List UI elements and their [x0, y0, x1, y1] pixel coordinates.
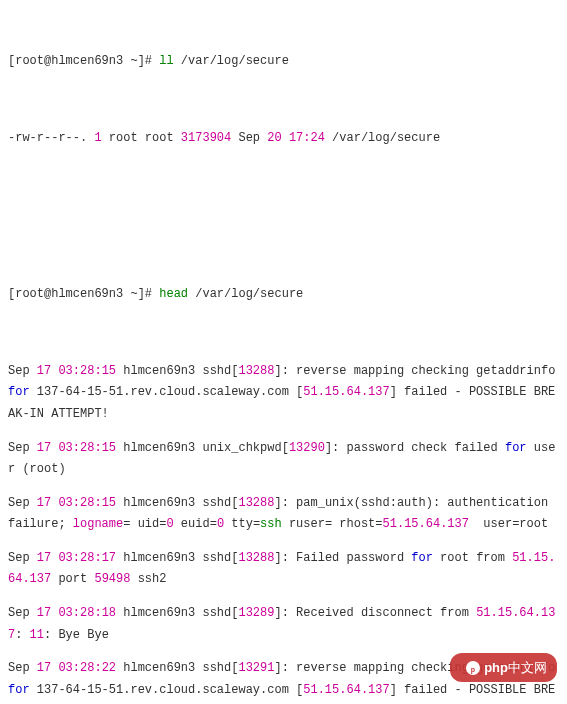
pid: 13288 — [238, 551, 274, 565]
ssh-kw: ssh — [260, 517, 282, 531]
euid: 0 — [217, 517, 224, 531]
msg: user=root — [469, 517, 548, 531]
owner: root root — [109, 131, 174, 145]
bracket: ]: — [274, 496, 288, 510]
msg: port — [51, 572, 94, 586]
day: 17 — [37, 661, 51, 675]
time: 03:28:22 — [58, 661, 116, 675]
ip: 51.15.64.137 — [303, 683, 389, 697]
msg: tty= — [224, 517, 260, 531]
command-arg: /var/log/secure — [188, 287, 303, 301]
log-line: Sep 17 03:28:18 hlmcen69n3 sshd[13289]: … — [8, 603, 559, 646]
day: 20 — [267, 131, 281, 145]
pid: 13291 — [238, 661, 274, 675]
watermark-cn: 中文网 — [508, 660, 547, 675]
month: Sep — [8, 661, 30, 675]
host: hlmcen69n3 — [123, 496, 195, 510]
time: 03:28:15 — [58, 496, 116, 510]
process: sshd[ — [202, 496, 238, 510]
watermark-brand: php — [484, 660, 508, 675]
prompt-userhost: root@hlmcen69n3 — [15, 54, 123, 68]
msg: 137-64-15-51.rev.cloud.scaleway.com [ — [30, 683, 304, 697]
prompt-suffix: ~]# — [123, 54, 159, 68]
day: 17 — [37, 606, 51, 620]
ip: 51.15.64.137 — [383, 517, 469, 531]
process: sshd[ — [202, 364, 238, 378]
logname-kw: logname — [73, 517, 123, 531]
month: Sep — [8, 606, 30, 620]
msg: password check failed — [339, 441, 505, 455]
msg: Received disconnect from — [289, 606, 476, 620]
time: 03:28:17 — [58, 551, 116, 565]
prompt-suffix: ~]# — [123, 287, 159, 301]
command-line-2: [root@hlmcen69n3 ~]# head /var/log/secur… — [8, 284, 559, 306]
month: Sep — [8, 551, 30, 565]
command: ll — [159, 54, 173, 68]
filepath: /var/log/secure — [332, 131, 440, 145]
msg: 137-64-15-51.rev.cloud.scaleway.com [ — [30, 385, 304, 399]
time: 03:28:18 — [58, 606, 116, 620]
terminal-output: [root@hlmcen69n3 ~]# ll /var/log/secure … — [8, 8, 559, 704]
time: 17:24 — [289, 131, 325, 145]
process: sshd[ — [202, 606, 238, 620]
php-cn-watermark: pphp中文网 — [450, 653, 557, 682]
month: Sep — [8, 364, 30, 378]
ip: 51.15.64.137 — [303, 385, 389, 399]
day: 17 — [37, 496, 51, 510]
host: hlmcen69n3 — [123, 364, 195, 378]
month: Sep — [238, 131, 260, 145]
code: 11 — [30, 628, 44, 642]
ls-output: -rw-r--r--. 1 root root 3173904 Sep 20 1… — [8, 128, 559, 150]
msg: reverse mapping checking getaddrinfo — [289, 364, 563, 378]
msg: root from — [433, 551, 512, 565]
size: 3173904 — [181, 131, 231, 145]
command-line-1: [root@hlmcen69n3 ~]# ll /var/log/secure — [8, 51, 559, 73]
bracket: ]: — [325, 441, 339, 455]
log-line: Sep 17 03:28:17 hlmcen69n3 sshd[13288]: … — [8, 548, 559, 591]
msg: ruser= rhost= — [282, 517, 383, 531]
perms: -rw-r--r--. — [8, 131, 87, 145]
php-logo-icon: p — [466, 661, 480, 675]
month: Sep — [8, 496, 30, 510]
host: hlmcen69n3 — [123, 606, 195, 620]
msg: = uid= — [123, 517, 166, 531]
day: 17 — [37, 551, 51, 565]
log-line: Sep 17 03:28:15 hlmcen69n3 unix_chkpwd[1… — [8, 438, 559, 481]
msg: Failed password — [289, 551, 411, 565]
pid: 13288 — [238, 364, 274, 378]
port: 59498 — [94, 572, 130, 586]
msg: : Bye Bye — [44, 628, 109, 642]
log-line: Sep 17 03:28:15 hlmcen69n3 sshd[13288]: … — [8, 493, 559, 536]
uid: 0 — [166, 517, 173, 531]
time: 03:28:15 — [58, 441, 116, 455]
for-kw: for — [411, 551, 433, 565]
pid: 13289 — [238, 606, 274, 620]
month: Sep — [8, 441, 30, 455]
host: hlmcen69n3 — [123, 661, 195, 675]
log-line: Sep 17 03:28:15 hlmcen69n3 sshd[13288]: … — [8, 361, 559, 426]
process: sshd[ — [202, 661, 238, 675]
day: 17 — [37, 364, 51, 378]
host: hlmcen69n3 — [123, 441, 195, 455]
time: 03:28:15 — [58, 364, 116, 378]
prompt-userhost: root@hlmcen69n3 — [15, 287, 123, 301]
process: sshd[ — [202, 551, 238, 565]
bracket: ]: — [274, 661, 288, 675]
bracket: ]: — [274, 606, 288, 620]
pid: 13288 — [238, 496, 274, 510]
link-count: 1 — [94, 131, 101, 145]
bracket: ]: — [274, 364, 288, 378]
day: 17 — [37, 441, 51, 455]
host: hlmcen69n3 — [123, 551, 195, 565]
pid: 13290 — [289, 441, 325, 455]
for-kw: for — [505, 441, 527, 455]
for-kw: for — [8, 683, 30, 697]
process: unix_chkpwd[ — [202, 441, 288, 455]
for-kw: for — [8, 385, 30, 399]
msg: euid= — [174, 517, 217, 531]
svg-text:p: p — [471, 666, 475, 674]
command-arg: /var/log/secure — [174, 54, 289, 68]
bracket: ]: — [274, 551, 288, 565]
msg: ssh2 — [130, 572, 166, 586]
command: head — [159, 287, 188, 301]
